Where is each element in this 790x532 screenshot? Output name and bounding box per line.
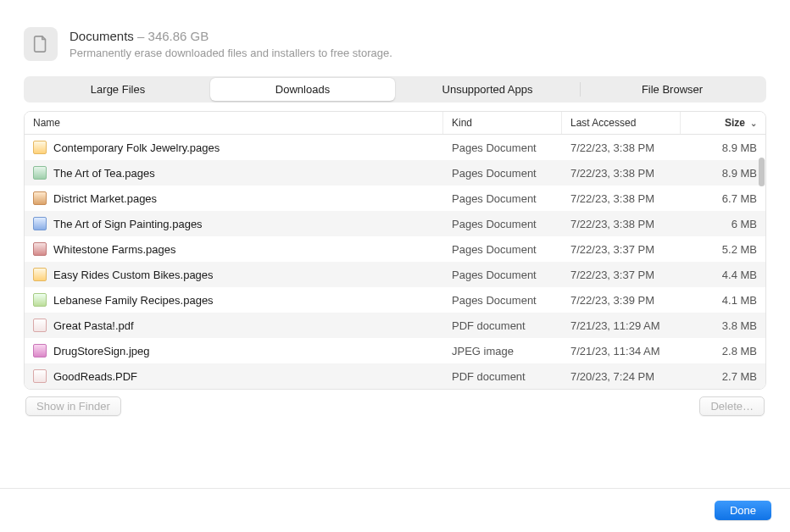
cell-name: The Art of Tea.pages [25, 166, 443, 180]
documents-icon [24, 27, 58, 61]
cell-size: 8.9 MB [681, 141, 765, 154]
file-name: Easy Rides Custom Bikes.pages [53, 269, 214, 281]
cell-date: 7/22/23, 3:38 PM [562, 218, 681, 230]
table-row[interactable]: Contemporary Folk Jewelry.pagesPages Doc… [25, 135, 765, 160]
file-icon [33, 166, 47, 180]
cell-size: 8.9 MB [681, 167, 765, 180]
cell-name: DrugStoreSign.jpeg [25, 344, 443, 357]
file-name: The Art of Sign Painting.pages [53, 218, 203, 230]
cell-name: Whitestone Farms.pages [25, 242, 443, 256]
cell-date: 7/21/23, 11:34 AM [562, 345, 681, 357]
cell-kind: Pages Document [443, 218, 562, 230]
column-kind[interactable]: Kind [443, 112, 562, 134]
cell-date: 7/22/23, 3:38 PM [562, 141, 681, 154]
file-name: The Art of Tea.pages [53, 167, 155, 180]
cell-name: Contemporary Folk Jewelry.pages [25, 141, 443, 154]
file-name: DrugStoreSign.jpeg [53, 345, 149, 357]
table-header: Name Kind Last Accessed Size ⌄ [25, 112, 765, 135]
table-row[interactable]: Lebanese Family Recipes.pagesPages Docum… [25, 287, 765, 313]
file-name: Great Pasta!.pdf [53, 319, 134, 332]
title-name: Documents [70, 29, 134, 43]
table-body: Contemporary Folk Jewelry.pagesPages Doc… [25, 135, 765, 389]
cell-size: 4.4 MB [681, 269, 765, 281]
chevron-down-icon: ⌄ [750, 119, 757, 128]
cell-date: 7/22/23, 3:38 PM [562, 167, 681, 180]
cell-size: 6.7 MB [681, 192, 765, 205]
column-size-label: Size [725, 117, 745, 129]
page-title: Documents – 346.86 GB [70, 28, 392, 45]
cell-kind: Pages Document [443, 192, 562, 205]
file-icon [33, 141, 47, 154]
cell-size: 5.2 MB [681, 243, 765, 256]
tab-file-browser[interactable]: File Browser [580, 78, 765, 101]
table-row[interactable]: Whitestone Farms.pagesPages Document7/22… [25, 236, 765, 262]
tab-unsupported-apps[interactable]: Unsupported Apps [395, 78, 580, 101]
cell-name: Lebanese Family Recipes.pages [25, 293, 443, 307]
cell-size: 2.8 MB [681, 345, 765, 357]
table-row[interactable]: The Art of Sign Painting.pagesPages Docu… [25, 211, 765, 236]
tab-large-files[interactable]: Large Files [25, 78, 210, 101]
cell-size: 4.1 MB [681, 294, 765, 307]
file-icon [33, 319, 47, 332]
cell-kind: Pages Document [443, 269, 562, 281]
cell-size: 3.8 MB [681, 319, 765, 332]
file-icon [33, 217, 47, 230]
title-separator: – [137, 29, 144, 43]
show-in-finder-button[interactable]: Show in Finder [25, 396, 121, 416]
file-icon [33, 191, 47, 205]
file-icon [33, 369, 47, 383]
file-icon [33, 268, 47, 281]
cell-kind: PDF document [443, 319, 562, 332]
table-row[interactable]: DrugStoreSign.jpegJPEG image7/21/23, 11:… [25, 338, 765, 363]
table-row[interactable]: The Art of Tea.pagesPages Document7/22/2… [25, 160, 765, 186]
column-name[interactable]: Name [25, 112, 443, 134]
cell-date: 7/22/23, 3:37 PM [562, 243, 681, 256]
file-name: Whitestone Farms.pages [53, 243, 176, 256]
file-table: Name Kind Last Accessed Size ⌄ Contempor… [24, 111, 766, 390]
file-icon [33, 242, 47, 256]
segmented-control: Large Files Downloads Unsupported Apps F… [24, 76, 766, 103]
cell-kind: Pages Document [443, 167, 562, 180]
subtitle: Permanently erase downloaded files and i… [70, 47, 392, 59]
tab-downloads[interactable]: Downloads [210, 78, 395, 101]
cell-date: 7/22/23, 3:37 PM [562, 269, 681, 281]
column-last-accessed[interactable]: Last Accessed [562, 112, 681, 134]
cell-kind: Pages Document [443, 141, 562, 154]
file-name: GoodReads.PDF [53, 370, 137, 383]
cell-name: The Art of Sign Painting.pages [25, 217, 443, 230]
column-size[interactable]: Size ⌄ [681, 112, 765, 134]
cell-kind: PDF document [443, 370, 562, 383]
cell-date: 7/21/23, 11:29 AM [562, 319, 681, 332]
cell-kind: JPEG image [443, 345, 562, 357]
table-row[interactable]: GoodReads.PDFPDF document7/20/23, 7:24 P… [25, 363, 765, 389]
header: Documents – 346.86 GB Permanently erase … [24, 27, 766, 61]
file-icon [33, 293, 47, 307]
file-name: Lebanese Family Recipes.pages [53, 294, 214, 307]
cell-date: 7/20/23, 7:24 PM [562, 370, 681, 383]
cell-name: District Market.pages [25, 191, 443, 205]
cell-name: Great Pasta!.pdf [25, 319, 443, 332]
scrollbar-thumb[interactable] [759, 158, 765, 186]
cell-date: 7/22/23, 3:38 PM [562, 192, 681, 205]
table-row[interactable]: District Market.pagesPages Document7/22/… [25, 186, 765, 211]
file-name: District Market.pages [53, 192, 157, 205]
cell-name: GoodReads.PDF [25, 369, 443, 383]
done-button[interactable]: Done [715, 501, 771, 520]
delete-button[interactable]: Delete… [699, 396, 765, 416]
cell-name: Easy Rides Custom Bikes.pages [25, 268, 443, 281]
cell-size: 2.7 MB [681, 370, 765, 383]
file-icon [33, 344, 47, 357]
file-name: Contemporary Folk Jewelry.pages [53, 141, 220, 154]
cell-size: 6 MB [681, 218, 765, 230]
cell-date: 7/22/23, 3:39 PM [562, 294, 681, 307]
cell-kind: Pages Document [443, 243, 562, 256]
table-row[interactable]: Great Pasta!.pdfPDF document7/21/23, 11:… [25, 313, 765, 338]
title-size: 346.86 GB [148, 29, 209, 43]
bottom-bar: Done [0, 488, 790, 532]
table-row[interactable]: Easy Rides Custom Bikes.pagesPages Docum… [25, 262, 765, 287]
cell-kind: Pages Document [443, 294, 562, 307]
